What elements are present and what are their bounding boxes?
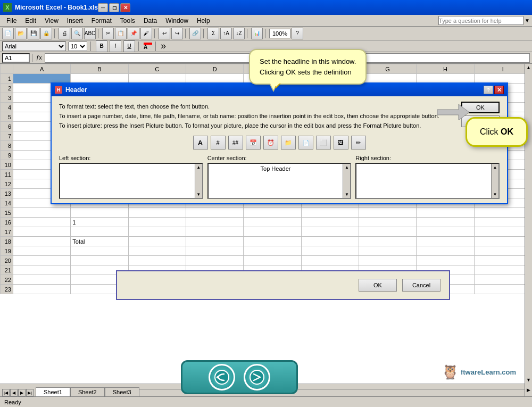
col-header-d[interactable]: D (186, 64, 243, 74)
time-button[interactable]: ⏰ (263, 136, 278, 149)
tab-first-button[interactable]: |◀ (2, 389, 10, 396)
cell-h1[interactable] (417, 74, 474, 84)
question-box[interactable] (438, 16, 523, 25)
insert-picture-button[interactable]: 🖼 (334, 136, 348, 149)
menu-file[interactable]: File (2, 16, 21, 26)
dialog-close-button[interactable]: ✕ (494, 86, 504, 94)
nav-back-button[interactable] (209, 364, 235, 391)
expand-button[interactable]: » (161, 40, 166, 52)
table-row: 20 (1, 256, 532, 265)
paste-button[interactable]: 📌 (128, 28, 139, 39)
font-format-button[interactable]: A (193, 136, 208, 149)
menu-window[interactable]: Window (161, 16, 193, 26)
undo-button[interactable]: ↩ (159, 28, 170, 39)
date-button[interactable]: 📅 (246, 136, 261, 149)
vertical-scrollbar[interactable]: ▲ ▼ (525, 64, 532, 384)
permissions-button[interactable]: 🔒 (40, 28, 52, 39)
center-section-input[interactable]: Top Header (209, 164, 343, 198)
table-row: 161 (1, 218, 532, 227)
menu-insert[interactable]: Insert (63, 16, 87, 26)
format-painter[interactable]: 🖌 (140, 28, 152, 39)
minimize-button[interactable]: ─ (98, 3, 108, 12)
cell-d1[interactable] (186, 74, 243, 84)
cell-g1[interactable] (359, 74, 416, 84)
filepath-button[interactable]: 📁 (281, 136, 296, 149)
tab-next-button[interactable]: ▶ (18, 389, 26, 396)
filename-button[interactable]: 📄 (298, 136, 313, 149)
col-header-a[interactable]: A (13, 64, 71, 74)
nav-forward-button[interactable] (244, 364, 270, 391)
zoom-input[interactable] (269, 29, 290, 38)
scroll-up-arrow[interactable]: ▲ (526, 65, 531, 70)
sheet-tab-2[interactable]: Sheet2 (70, 387, 105, 396)
menu-view[interactable]: View (40, 16, 63, 26)
right-scroll-down[interactable]: ▼ (493, 192, 497, 197)
font-selector[interactable]: Arial (2, 41, 66, 51)
scroll-right-arrow[interactable]: ▶ (525, 384, 532, 396)
new-button[interactable]: 📄 (2, 28, 14, 39)
restore-button[interactable]: ◻ (109, 3, 119, 12)
col-header-i[interactable]: I (474, 64, 531, 74)
cut-button[interactable]: ✂ (102, 28, 114, 39)
cell-i1[interactable] (474, 74, 531, 84)
dialog-help-button[interactable]: ? (484, 86, 493, 94)
menu-format[interactable]: Format (87, 16, 116, 26)
right-section-input[interactable] (356, 164, 491, 198)
page-setup-cancel-button[interactable]: Cancel (402, 279, 440, 292)
sheet-tab-3[interactable]: Sheet3 (105, 387, 139, 396)
center-scroll-down[interactable]: ▼ (345, 192, 349, 197)
left-scroll-up[interactable]: ▲ (196, 165, 201, 170)
right-section-wrapper: ▲ ▼ (355, 163, 500, 199)
col-header-h[interactable]: H (417, 64, 474, 74)
sort-desc-button[interactable]: ↓Z (233, 28, 245, 39)
open-button[interactable]: 📂 (15, 28, 27, 39)
sep10 (155, 41, 157, 51)
save-button[interactable]: 💾 (28, 28, 39, 39)
bold-button[interactable]: B (96, 40, 107, 52)
redo-button[interactable]: ↪ (171, 28, 183, 39)
cell-b1[interactable] (71, 74, 128, 84)
col-header-g[interactable]: G (359, 64, 416, 74)
menu-tools[interactable]: Tools (116, 16, 139, 26)
autosum-button[interactable]: Σ (207, 28, 219, 39)
sheet-tab-1[interactable]: Sheet1 (36, 387, 70, 396)
page-setup-ok-button[interactable]: OK (359, 279, 397, 292)
window-title: Microsoft Excel - Book1.xls (15, 4, 98, 11)
cell-a1[interactable] (13, 74, 71, 84)
preview-button[interactable]: 🔍 (71, 28, 83, 39)
tab-last-button[interactable]: ▶| (26, 389, 34, 396)
center-scroll-up[interactable]: ▲ (345, 165, 349, 170)
menu-edit[interactable]: Edit (21, 16, 40, 26)
col-header-b[interactable]: B (71, 64, 128, 74)
scroll-down-arrow[interactable]: ▼ (526, 377, 531, 383)
watermark-owl-icon: 🦉 (442, 364, 459, 380)
total-pages-button[interactable]: ## (228, 136, 243, 149)
left-section-input[interactable] (60, 164, 195, 198)
left-scrollbar[interactable]: ▲ ▼ (195, 164, 202, 198)
font-size-selector[interactable]: 10 (68, 41, 87, 51)
name-box[interactable] (2, 53, 30, 63)
sort-asc-button[interactable]: ↑A (220, 28, 232, 39)
underline-button[interactable]: U (123, 40, 135, 52)
menu-data[interactable]: Data (139, 16, 161, 26)
right-scroll-up[interactable]: ▲ (493, 165, 497, 170)
format-picture-button[interactable]: ✏ (351, 136, 366, 149)
cell-c1[interactable] (128, 74, 186, 84)
close-button[interactable]: ✕ (120, 3, 130, 12)
center-scrollbar[interactable]: ▲ ▼ (343, 164, 350, 198)
hyperlink-button[interactable]: 🔗 (189, 28, 201, 39)
right-scrollbar[interactable]: ▲ ▼ (491, 164, 498, 198)
copy-button[interactable]: 📋 (115, 28, 127, 39)
sep6 (247, 29, 249, 38)
help-button[interactable]: ? (292, 28, 303, 39)
tab-button[interactable]: ⬜ (316, 136, 331, 149)
col-header-c[interactable]: C (128, 64, 186, 74)
italic-button[interactable]: I (110, 40, 121, 52)
left-scroll-down[interactable]: ▼ (196, 192, 201, 197)
spell-button[interactable]: ABC (84, 28, 96, 39)
page-number-button[interactable]: # (211, 136, 226, 149)
tab-prev-button[interactable]: ◀ (10, 389, 18, 396)
print-button[interactable]: 🖨 (59, 28, 70, 39)
menu-help[interactable]: Help (193, 16, 214, 26)
chart-button[interactable]: 📊 (251, 28, 263, 39)
